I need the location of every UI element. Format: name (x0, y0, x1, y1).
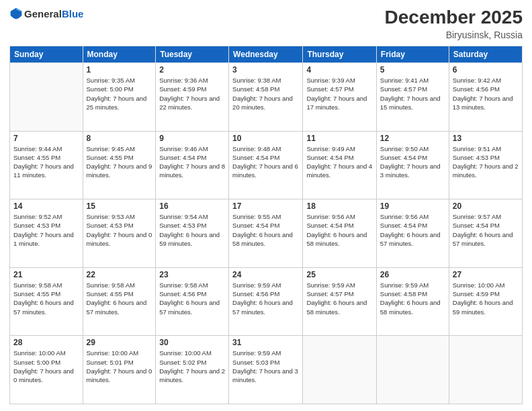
sunrise-text: Sunrise: 9:52 AM (13, 213, 62, 220)
daylight-text: Daylight: 7 hours and 22 minutes. (159, 95, 220, 111)
day-info: Sunrise: 9:36 AMSunset: 4:59 PMDaylight:… (159, 76, 225, 111)
calendar-row: 21Sunrise: 9:58 AMSunset: 4:55 PMDayligh… (10, 267, 523, 336)
header: GeneralBlue December 2025 Biryusinsk, Ru… (9, 7, 523, 40)
sunrise-text: Sunrise: 9:48 AM (232, 145, 281, 152)
day-info: Sunrise: 9:53 AMSunset: 4:53 PMDaylight:… (87, 212, 152, 248)
table-row: 28Sunrise: 10:00 AMSunset: 5:00 PMDaylig… (10, 336, 83, 404)
sunset-text: Sunset: 4:55 PM (13, 290, 60, 298)
day-number: 27 (453, 270, 519, 279)
daylight-text: Daylight: 6 hours and 57 minutes. (453, 231, 513, 247)
day-info: Sunrise: 10:00 AMSunset: 5:02 PMDaylight… (159, 349, 225, 384)
sunset-text: Sunset: 4:54 PM (306, 222, 353, 229)
table-row: 21Sunrise: 9:58 AMSunset: 4:55 PMDayligh… (10, 267, 83, 336)
daylight-text: Daylight: 7 hours and 1 minute. (13, 231, 74, 247)
day-number: 1 (87, 65, 152, 75)
sunset-text: Sunset: 5:03 PM (232, 359, 279, 366)
sunset-text: Sunset: 4:53 PM (87, 222, 134, 229)
daylight-text: Daylight: 7 hours and 0 minutes. (87, 231, 152, 247)
day-info: Sunrise: 9:59 AMSunset: 4:58 PMDaylight:… (380, 281, 445, 316)
daylight-text: Daylight: 6 hours and 58 minutes. (306, 299, 367, 315)
day-info: Sunrise: 9:55 AMSunset: 4:54 PMDaylight:… (232, 212, 299, 248)
table-row: 1Sunrise: 9:35 AMSunset: 5:00 PMDaylight… (83, 63, 156, 132)
day-info: Sunrise: 9:58 AMSunset: 4:55 PMDaylight:… (13, 281, 79, 316)
sunset-text: Sunset: 4:54 PM (380, 222, 427, 229)
daylight-text: Daylight: 6 hours and 59 minutes. (453, 299, 513, 315)
page: GeneralBlue December 2025 Biryusinsk, Ru… (0, 0, 532, 411)
day-number: 2 (159, 65, 225, 75)
daylight-text: Daylight: 7 hours and 0 minutes. (87, 367, 152, 383)
table-row: 18Sunrise: 9:56 AMSunset: 4:54 PMDayligh… (303, 199, 376, 268)
table-row: 22Sunrise: 9:58 AMSunset: 4:55 PMDayligh… (83, 267, 156, 336)
daylight-text: Daylight: 7 hours and 4 minutes. (306, 163, 372, 179)
sunset-text: Sunset: 4:59 PM (159, 85, 206, 93)
day-info: Sunrise: 9:45 AMSunset: 4:55 PMDaylight:… (87, 144, 152, 180)
day-number: 26 (380, 270, 445, 279)
sunrise-text: Sunrise: 9:38 AM (232, 77, 281, 84)
day-info: Sunrise: 9:48 AMSunset: 4:54 PMDaylight:… (232, 144, 299, 180)
calendar-row: 28Sunrise: 10:00 AMSunset: 5:00 PMDaylig… (10, 336, 523, 404)
daylight-text: Daylight: 6 hours and 57 minutes. (159, 299, 220, 315)
table-row (376, 336, 449, 404)
sunset-text: Sunset: 5:00 PM (13, 359, 60, 366)
sunrise-text: Sunrise: 9:41 AM (380, 77, 429, 84)
sunset-text: Sunset: 4:58 PM (380, 290, 427, 298)
sunset-text: Sunset: 4:54 PM (380, 154, 427, 161)
day-number: 24 (232, 270, 299, 279)
calendar-row: 1Sunrise: 9:35 AMSunset: 5:00 PMDaylight… (10, 63, 523, 132)
col-tuesday: Tuesday (156, 46, 229, 63)
sunrise-text: Sunrise: 9:42 AM (453, 77, 501, 84)
daylight-text: Daylight: 6 hours and 57 minutes. (232, 299, 293, 315)
day-number: 3 (232, 65, 299, 75)
day-info: Sunrise: 9:38 AMSunset: 4:58 PMDaylight:… (232, 76, 299, 111)
day-number: 18 (306, 201, 372, 211)
sunset-text: Sunset: 4:56 PM (159, 290, 206, 298)
day-info: Sunrise: 9:42 AMSunset: 4:56 PMDaylight:… (453, 76, 519, 111)
sunset-text: Sunset: 4:58 PM (232, 85, 279, 93)
sunrise-text: Sunrise: 9:36 AM (159, 77, 208, 84)
logo-general: General (24, 8, 62, 19)
day-info: Sunrise: 9:57 AMSunset: 4:54 PMDaylight:… (453, 212, 519, 248)
day-number: 12 (380, 134, 445, 143)
day-info: Sunrise: 9:59 AMSunset: 4:56 PMDaylight:… (232, 281, 299, 316)
daylight-text: Daylight: 6 hours and 58 minutes. (232, 231, 293, 247)
table-row: 5Sunrise: 9:41 AMSunset: 4:57 PMDaylight… (376, 63, 449, 132)
sunrise-text: Sunrise: 10:00 AM (13, 349, 66, 357)
day-info: Sunrise: 9:52 AMSunset: 4:53 PMDaylight:… (13, 212, 79, 248)
sunset-text: Sunset: 4:53 PM (453, 154, 500, 161)
table-row (449, 336, 522, 404)
daylight-text: Daylight: 6 hours and 57 minutes. (380, 231, 441, 247)
day-number: 22 (87, 270, 152, 279)
sunset-text: Sunset: 4:55 PM (87, 290, 134, 298)
table-row: 29Sunrise: 10:00 AMSunset: 5:01 PMDaylig… (83, 336, 156, 404)
calendar-table: Sunday Monday Tuesday Wednesday Thursday… (9, 46, 523, 404)
sunset-text: Sunset: 4:54 PM (453, 222, 500, 229)
col-wednesday: Wednesday (229, 46, 303, 63)
day-number: 19 (380, 201, 445, 211)
table-row: 3Sunrise: 9:38 AMSunset: 4:58 PMDaylight… (229, 63, 303, 132)
day-number: 8 (87, 134, 152, 143)
sunrise-text: Sunrise: 9:44 AM (13, 145, 62, 152)
sunrise-text: Sunrise: 10:00 AM (159, 349, 212, 357)
day-info: Sunrise: 9:59 AMSunset: 4:57 PMDaylight:… (306, 281, 372, 316)
month-title: December 2025 (385, 7, 523, 28)
day-info: Sunrise: 9:41 AMSunset: 4:57 PMDaylight:… (380, 76, 445, 111)
sunrise-text: Sunrise: 9:59 AM (380, 281, 429, 289)
daylight-text: Daylight: 7 hours and 9 minutes. (87, 163, 152, 179)
day-info: Sunrise: 9:50 AMSunset: 4:54 PMDaylight:… (380, 144, 445, 180)
sunset-text: Sunset: 4:54 PM (232, 154, 279, 161)
sunrise-text: Sunrise: 9:58 AM (87, 281, 135, 289)
table-row: 15Sunrise: 9:53 AMSunset: 4:53 PMDayligh… (83, 199, 156, 268)
daylight-text: Daylight: 7 hours and 17 minutes. (306, 95, 367, 111)
table-row: 13Sunrise: 9:51 AMSunset: 4:53 PMDayligh… (449, 131, 522, 199)
day-number: 20 (453, 201, 519, 211)
day-number: 21 (13, 270, 79, 279)
col-saturday: Saturday (449, 46, 522, 63)
sunset-text: Sunset: 4:57 PM (306, 85, 353, 93)
day-info: Sunrise: 9:49 AMSunset: 4:54 PMDaylight:… (306, 144, 372, 180)
daylight-text: Daylight: 7 hours and 8 minutes. (159, 163, 225, 179)
sunset-text: Sunset: 4:55 PM (87, 154, 134, 161)
table-row: 31Sunrise: 9:59 AMSunset: 5:03 PMDayligh… (229, 336, 303, 404)
daylight-text: Daylight: 6 hours and 58 minutes. (380, 299, 441, 315)
day-info: Sunrise: 9:39 AMSunset: 4:57 PMDaylight:… (306, 76, 372, 111)
logo-text: GeneralBlue (24, 8, 83, 19)
